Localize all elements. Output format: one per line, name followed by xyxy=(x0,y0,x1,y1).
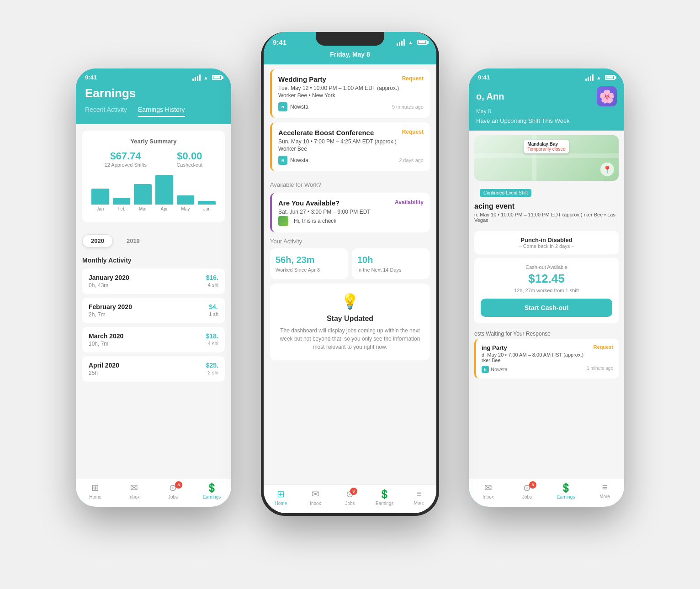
month-shifts-apr: 2 shi xyxy=(206,370,218,375)
right-nav-jobs[interactable]: ⊙ 3 Jobs xyxy=(508,482,546,500)
activity-section-title: Your Activity xyxy=(270,238,430,245)
right-status-bar: 9:41 ▲ xyxy=(469,68,624,83)
left-nav-earnings[interactable]: 💲 Earnings xyxy=(192,482,231,500)
avail-employer: Hi, this is a check xyxy=(278,216,336,226)
left-battery-icon xyxy=(212,75,222,80)
req-time: d. May 20 • 7:00 AM – 8:00 AM HST (appro… xyxy=(482,352,613,358)
req-employer-name: Nowsta xyxy=(491,367,508,372)
inbox-label: Inbox xyxy=(128,494,139,500)
center-nav-inbox[interactable]: ✉ Inbox xyxy=(298,489,333,506)
tab-recent-activity[interactable]: Recent Activity xyxy=(85,106,127,117)
bulb-icon: 💡 xyxy=(277,293,423,310)
cashout-detail: 12h, 27m worked from 1 shift xyxy=(481,288,612,293)
request-card[interactable]: ing Party Request d. May 20 • 7:00 AM – … xyxy=(474,339,619,379)
right-time: 9:41 xyxy=(478,74,490,81)
bar-jun-bar xyxy=(198,201,216,205)
punch-disabled-title: Punch-in Disabled xyxy=(480,237,613,243)
right-bottom-nav: ✉ Inbox ⊙ 3 Jobs 💲 Earnings ≡ More xyxy=(469,478,624,507)
event-employer-wedding: N Nowsta xyxy=(278,102,308,111)
bar-may-label: May xyxy=(181,206,190,211)
right-phone: 9:41 ▲ xyxy=(469,68,624,507)
center-bottom-nav: ⊞ Home ✉ Inbox ⊙ 3 Jobs 💲 Earnings ≡ xyxy=(264,484,436,513)
month-left-mar: March 2020 10h, 7m xyxy=(89,332,123,347)
yearly-summary-card: Yearly Summary $67.74 12 Approved Shifts… xyxy=(82,131,225,222)
avail-title: Are You Available? xyxy=(278,199,339,207)
center-notch xyxy=(316,32,384,46)
center-nav-earnings[interactable]: 💲 Earnings xyxy=(367,489,402,506)
bar-apr: Apr xyxy=(155,175,173,211)
event-time-wedding: Tue. May 12 • 10:00 PM – 1:00 AM EDT (ap… xyxy=(278,85,424,91)
year-2019-btn[interactable]: 2019 xyxy=(118,235,148,247)
punch-disabled-sub: – Come back in 2 days – xyxy=(480,243,613,249)
center-nav-more[interactable]: ≡ More xyxy=(402,489,436,506)
left-nav-inbox[interactable]: ✉ Inbox xyxy=(115,482,154,500)
avail-header: Are You Available? Availability xyxy=(278,199,424,207)
left-nav-jobs[interactable]: ⊙ 3 Jobs xyxy=(154,482,192,500)
bar-apr-label: Apr xyxy=(161,206,168,211)
confirmed-badge: Confirmed Event Shift xyxy=(480,189,531,197)
right-date: May 8 xyxy=(476,108,617,115)
req-employer: N Nowsta xyxy=(482,366,508,373)
availability-card[interactable]: Are You Available? Availability Sat. Jun… xyxy=(270,193,430,232)
month-name-jan: January 2020 xyxy=(89,274,129,281)
employer-logo-nowsta: N xyxy=(278,102,287,111)
month-shifts-mar: 4 shi xyxy=(206,341,218,346)
jobs-badge-left: 3 xyxy=(175,481,182,489)
bar-chart: Jan Feb Mar Apr xyxy=(90,175,217,211)
month-row-apr[interactable]: April 2020 25h $25. 2 shi xyxy=(82,356,225,382)
year-2020-btn[interactable]: 2020 xyxy=(82,234,113,247)
tab-earnings-history[interactable]: Earnings History xyxy=(138,106,185,117)
right-nav-earnings[interactable]: 💲 Earnings xyxy=(546,482,585,500)
event-card-wedding[interactable]: Wedding Party Request Tue. May 12 • 10:0… xyxy=(270,69,430,118)
year-selector[interactable]: 2020 2019 xyxy=(76,229,231,253)
map-card: Mandalay BayTemporarily closed 📍 xyxy=(474,135,619,181)
req-title: ing Party xyxy=(482,344,507,351)
right-earnings-icon: 💲 xyxy=(560,482,572,493)
left-tabs[interactable]: Recent Activity Earnings History xyxy=(85,106,222,117)
cashout-label: Cash-out Available xyxy=(481,264,612,270)
center-phone: 9:41 ▲ Friday, May 8 xyxy=(261,32,439,516)
start-cashout-button[interactable]: Start Cash-out xyxy=(481,299,612,317)
left-content: Yearly Summary $67.74 12 Approved Shifts… xyxy=(76,124,231,507)
center-earnings-icon: 💲 xyxy=(379,489,390,500)
left-header: Earnings Recent Activity Earnings Histor… xyxy=(76,83,231,124)
right-header-top: o, Ann 🌸 xyxy=(476,86,617,106)
month-amount-apr: $25. xyxy=(206,362,218,369)
avail-tag: Availability xyxy=(395,199,424,205)
bar-jun: Jun xyxy=(198,201,216,211)
req-employer-logo: N xyxy=(482,366,489,373)
bar-feb-label: Feb xyxy=(117,206,125,211)
month-left-jan: January 2020 0h, 43m xyxy=(89,274,129,289)
right-content: Mandalay BayTemporarily closed 📍 Confirm… xyxy=(469,131,624,507)
right-inbox-icon: ✉ xyxy=(484,482,492,493)
month-row-mar[interactable]: March 2020 10h, 7m $18. 4 shi xyxy=(82,327,225,352)
left-nav-home[interactable]: ⊞ Home xyxy=(76,482,115,500)
month-name-apr: April 2020 xyxy=(89,362,119,369)
map-background: Mandalay BayTemporarily closed 📍 xyxy=(474,135,619,181)
center-status-icons: ▲ xyxy=(397,39,427,46)
event-card-conference[interactable]: Accelerate Boost Conference Request Sun.… xyxy=(270,122,430,171)
earnings-label: Earnings xyxy=(203,494,221,500)
month-row-jan[interactable]: January 2020 0h, 43m $16. 4 shi xyxy=(82,268,225,294)
earning-amount-1: $67.74 12 Approved Shifts xyxy=(105,150,147,168)
inbox-icon: ✉ xyxy=(130,482,138,493)
right-nav-inbox[interactable]: ✉ Inbox xyxy=(469,482,508,500)
event-header-wedding: Wedding Party Request xyxy=(278,75,424,83)
activity-val-1: 56h, 23m xyxy=(276,255,343,265)
req-header: ing Party Request xyxy=(482,344,613,351)
right-more-icon: ≡ xyxy=(602,482,608,493)
center-more-icon: ≡ xyxy=(416,489,422,499)
event-tag-conference: Request xyxy=(402,129,424,135)
month-row-feb[interactable]: February 2020 2h, 7m $4. 1 sh xyxy=(82,298,225,323)
month-name-feb: February 2020 xyxy=(89,303,132,310)
req-ago: 1 minute ago xyxy=(587,366,613,373)
center-nav-home[interactable]: ⊞ Home xyxy=(264,489,298,506)
req-footer: N Nowsta 1 minute ago xyxy=(482,366,613,373)
right-nav-more[interactable]: ≡ More xyxy=(585,482,624,500)
avail-footer: Hi, this is a check xyxy=(278,216,424,226)
event-header-conference: Accelerate Boost Conference Request xyxy=(278,129,424,137)
event-footer-conference: N Nowsta 2 days ago xyxy=(278,156,424,165)
center-home-icon: ⊞ xyxy=(277,489,285,500)
bar-feb: Feb xyxy=(113,198,131,211)
center-nav-jobs[interactable]: ⊙ 3 Jobs xyxy=(333,489,367,506)
